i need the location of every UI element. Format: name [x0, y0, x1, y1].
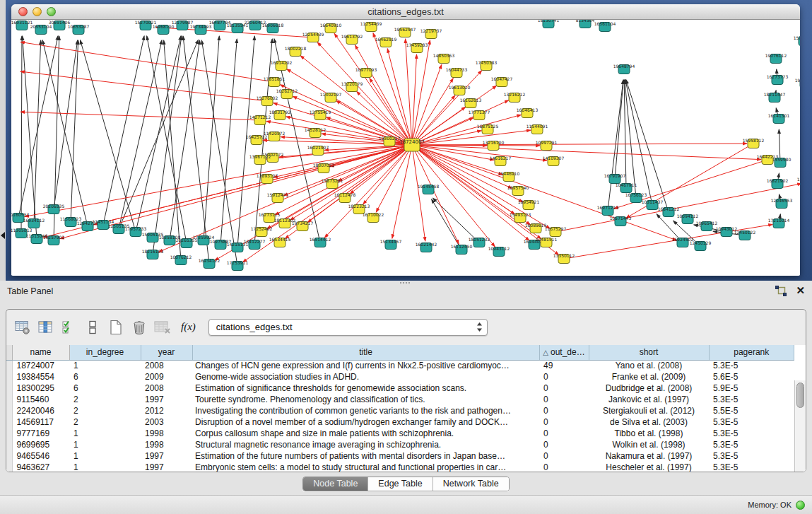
cell-gutter — [6, 416, 12, 428]
window-titlebar[interactable]: citations_edges.txt — [11, 4, 800, 20]
scrollbar-thumb[interactable] — [796, 382, 804, 408]
node-label: 10997291 — [536, 140, 558, 145]
panel-collapse-arrow[interactable] — [1, 232, 5, 239]
network-graph[interactable]: 1693112120553104306914061065328715270021… — [11, 20, 800, 275]
network-edge[interactable] — [20, 112, 260, 120]
network-edge[interactable] — [624, 80, 626, 188]
network-edge[interactable] — [363, 145, 412, 204]
network-edge[interactable] — [266, 145, 412, 159]
node-label: 20553104 — [30, 24, 52, 29]
table-row[interactable]: 977716911998Corpus callosum shape and si… — [6, 428, 794, 439]
table-row[interactable]: 969969511998Structural magnetic resonanc… — [6, 439, 794, 450]
node-label: 16756123 — [625, 192, 647, 197]
cell-name: 18300295 — [12, 382, 69, 394]
network-edge[interactable] — [433, 198, 479, 243]
column-header-year[interactable]: year — [141, 345, 192, 360]
window-title: citations_edges.txt — [11, 4, 800, 20]
tab-network-table[interactable]: Network Table — [433, 477, 509, 491]
node-label: 12104554 — [797, 177, 800, 182]
node-label: 16141301 — [768, 113, 790, 118]
node-label: 15918112 — [794, 35, 800, 40]
delete-column-trash-button[interactable] — [130, 318, 148, 337]
node-label: 18130741 — [538, 20, 560, 23]
select-rows-button[interactable] — [60, 318, 78, 337]
cell-name: 22420046 — [12, 405, 69, 416]
close-panel-icon[interactable]: ✕ — [796, 285, 805, 296]
column-header-name[interactable]: name — [12, 345, 69, 360]
close-window-button[interactable] — [18, 7, 28, 16]
network-canvas[interactable]: 1693112120553104306914061065328715270021… — [11, 20, 800, 275]
node-label: 16821902 — [767, 178, 789, 183]
network-edge[interactable] — [615, 80, 623, 179]
network-edge[interactable] — [412, 115, 521, 145]
table-row[interactable]: 2242004622012Investigating the contribut… — [6, 405, 794, 416]
network-edge[interactable] — [287, 69, 412, 145]
network-edge[interactable] — [119, 40, 162, 229]
cell-year: 2008 — [141, 360, 192, 371]
network-edge[interactable] — [201, 40, 237, 266]
network-edge[interactable] — [42, 40, 88, 226]
network-edge[interactable] — [330, 145, 412, 167]
node-label: 16046413 — [517, 107, 539, 112]
table-row[interactable]: 911546021997Tourette syndrome. Phenomeno… — [6, 394, 794, 405]
table-row[interactable]: 946554611997Estimation of the future num… — [6, 450, 794, 462]
network-edge[interactable] — [412, 144, 747, 145]
splitter-handle[interactable] — [400, 282, 410, 286]
table-mode-button[interactable] — [13, 318, 32, 337]
tab-edge-table[interactable]: Edge Table — [367, 477, 432, 491]
table-row[interactable]: 1830029562008Estimation of significance … — [6, 382, 794, 394]
network-edge[interactable] — [220, 39, 237, 245]
node-label: 16906618 — [262, 23, 284, 28]
network-edge[interactable] — [412, 145, 547, 160]
column-header-pagerank[interactable]: pagerank — [709, 345, 794, 360]
show-columns-button[interactable] — [37, 318, 55, 337]
node-label: 11420572 — [264, 131, 286, 136]
cell-short: Yano et al. (2008) — [589, 360, 709, 371]
node-label: 16934122 — [199, 258, 220, 263]
function-builder-button[interactable]: f(x) — [181, 321, 196, 333]
status-bar: Memory: OK — [0, 495, 812, 514]
cell-title: Embryonic stem cells: a model to study s… — [192, 462, 539, 472]
network-edge[interactable] — [136, 36, 181, 232]
node-label: 10977093 — [355, 67, 377, 72]
table-row[interactable]: 1938455462009Genome-wide association stu… — [6, 371, 794, 382]
node-label: 16561104 — [594, 21, 616, 26]
node-label: 16112478 — [334, 192, 356, 197]
column-header-in-degree[interactable]: in_degree — [69, 345, 141, 360]
vertical-scrollbar[interactable] — [794, 380, 806, 472]
network-edge[interactable] — [412, 145, 761, 160]
column-header-out-degree[interactable]: △out_de… — [539, 345, 589, 360]
network-edge[interactable] — [23, 36, 37, 239]
node-label: 10076212 — [170, 255, 192, 259]
node-label: 11302197 — [320, 92, 342, 97]
network-edge[interactable] — [412, 145, 512, 188]
table-row[interactable]: 946362711997Embryonic stem cells: a mode… — [6, 462, 794, 472]
network-edge[interactable] — [387, 49, 412, 145]
cell-short: Jankovic et al. (1997) — [589, 394, 709, 405]
table-row[interactable]: 1872400712008Changes of HCN gene express… — [6, 360, 794, 371]
network-edge[interactable] — [392, 145, 412, 238]
network-edge[interactable] — [183, 36, 209, 264]
cell-pagerank: 5.3E-5 — [709, 462, 794, 472]
table-row[interactable]: 1456911722003Disruption of a novel membe… — [6, 416, 794, 428]
network-edge[interactable] — [336, 101, 412, 145]
column-header-title[interactable]: title — [192, 345, 539, 360]
cell-in_degree: 2 — [69, 405, 141, 416]
cell-in_degree: 1 — [69, 439, 141, 450]
minimize-window-button[interactable] — [33, 7, 42, 16]
network-edge[interactable] — [71, 40, 78, 222]
table-selector-dropdown[interactable]: citations_edges.txt — [208, 319, 488, 336]
network-edge[interactable] — [54, 40, 78, 209]
sort-ascending-icon: △ — [543, 349, 548, 356]
cell-pagerank: 5.9E-5 — [709, 382, 794, 394]
node-table: name in_degree year title △out_de… short… — [6, 345, 806, 472]
row-height-button[interactable] — [83, 318, 102, 337]
tab-node-table[interactable]: Node Table — [303, 477, 367, 491]
column-header-short[interactable]: short — [589, 345, 709, 360]
create-column-button[interactable] — [107, 318, 125, 337]
float-panel-icon[interactable] — [775, 286, 787, 296]
network-edge[interactable] — [267, 145, 412, 228]
network-edge[interactable] — [103, 36, 144, 225]
network-edge[interactable] — [153, 36, 182, 255]
zoom-window-button[interactable] — [47, 7, 56, 16]
